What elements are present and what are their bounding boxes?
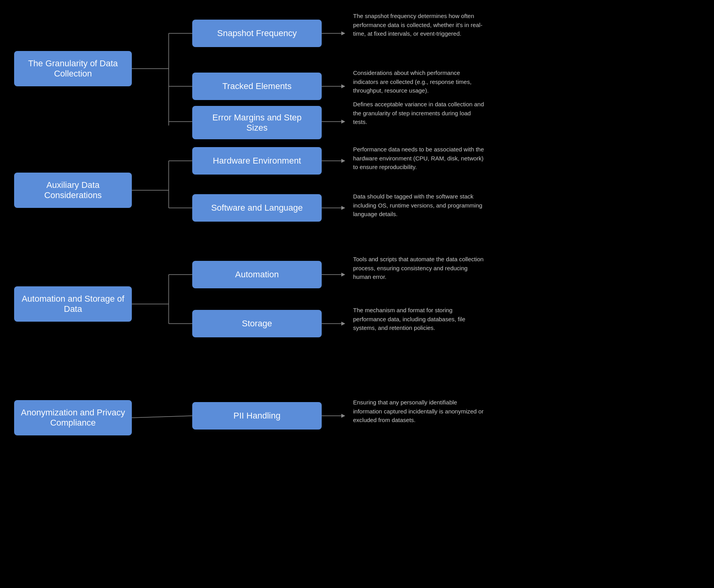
auxiliary-node[interactable]: Auxiliary Data Considerations [14,173,132,208]
hardware-text: Performance data needs to be associated … [353,145,486,172]
storage-node[interactable]: Storage [192,310,322,337]
snapshot-text: The snapshot frequency determines how of… [353,12,486,38]
tracked-node[interactable]: Tracked Elements [192,73,322,100]
svg-marker-26 [341,322,345,326]
pii-node[interactable]: PII Handling [192,402,322,430]
svg-marker-10 [341,120,345,124]
hardware-node[interactable]: Hardware Environment [192,147,322,175]
tracked-text: Considerations about which performance i… [353,69,486,95]
privacy-node[interactable]: Anonymization and PrivacyCompliance [14,400,132,435]
error-node[interactable]: Error Margins and StepSizes [192,106,322,139]
svg-line-27 [132,416,192,418]
granularity-node[interactable]: The Granularity of Data Collection [14,51,132,86]
svg-marker-29 [341,414,345,418]
automation-text: Tools and scripts that automate the data… [353,255,486,282]
svg-marker-16 [341,159,345,163]
software-text: Data should be tagged with the software … [353,192,486,219]
svg-marker-24 [341,273,345,277]
svg-marker-18 [341,206,345,210]
pii-text: Ensuring that any personally identifiabl… [353,398,486,425]
storage-text: The mechanism and format for storing per… [353,306,486,333]
error-text: Defines acceptable variance in data coll… [353,100,486,127]
software-node[interactable]: Software and Language [192,194,322,222]
snapshot-node[interactable]: Snapshot Frequency [192,20,322,47]
diagram-container: The Granularity of Data Collection Auxil… [0,0,714,588]
svg-marker-6 [341,31,345,35]
automation-node[interactable]: Automation [192,261,322,288]
svg-marker-8 [341,84,345,88]
automation-storage-node[interactable]: Automation and Storage of Data [14,286,132,322]
